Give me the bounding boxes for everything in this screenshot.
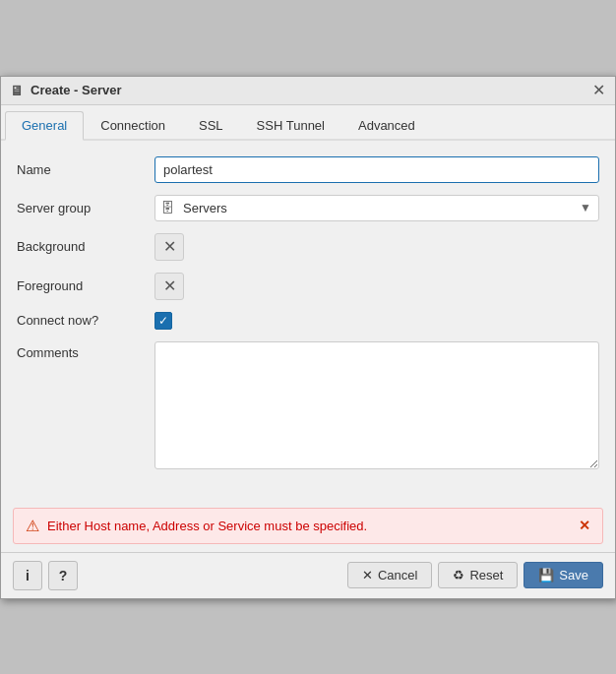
footer-left: i ?: [13, 561, 78, 590]
cancel-label: Cancel: [378, 568, 417, 582]
connect-now-checkbox-wrapper: ✓: [154, 312, 599, 330]
server-group-row: Server group 🗄 Servers ▼: [17, 195, 599, 221]
tab-bar: General Connection SSL SSH Tunnel Advanc…: [1, 105, 615, 141]
footer-right: ✕ Cancel ♻ Reset 💾 Save: [347, 562, 603, 588]
name-row: Name: [17, 156, 599, 183]
save-button[interactable]: 💾 Save: [524, 562, 603, 588]
cancel-icon: ✕: [362, 568, 373, 582]
foreground-field: ✕: [154, 273, 599, 300]
reset-button[interactable]: ♻ Reset: [438, 562, 518, 588]
connect-now-row: Connect now? ✓: [17, 312, 599, 330]
background-row: Background ✕: [17, 233, 599, 261]
background-label: Background: [17, 239, 154, 254]
foreground-label: Foreground: [17, 278, 154, 293]
server-group-field: 🗄 Servers ▼: [154, 195, 599, 221]
form-content: Name Server group 🗄 Servers ▼ Background: [1, 141, 615, 500]
reset-icon: ♻: [453, 568, 464, 582]
connect-now-label: Connect now?: [17, 313, 154, 328]
tab-ssl[interactable]: SSL: [182, 111, 240, 141]
name-label: Name: [17, 162, 154, 177]
cancel-button[interactable]: ✕ Cancel: [347, 562, 432, 588]
comments-label: Comments: [17, 341, 154, 360]
reset-label: Reset: [469, 568, 503, 582]
error-bar: ⚠ Either Host name, Address or Service m…: [13, 508, 603, 544]
background-field: ✕: [154, 233, 599, 261]
title-bar-left: 🖥 Create - Server: [9, 83, 122, 98]
server-group-select[interactable]: Servers: [154, 195, 599, 221]
error-icon: ⚠: [26, 517, 39, 535]
name-input[interactable]: [154, 156, 599, 183]
connect-now-checkbox[interactable]: ✓: [154, 312, 172, 330]
comments-field: [154, 341, 599, 472]
foreground-color-button[interactable]: ✕: [154, 273, 184, 300]
comments-row: Comments: [17, 341, 599, 472]
tab-connection[interactable]: Connection: [84, 111, 182, 141]
window-icon: 🖥: [9, 83, 25, 98]
connect-now-field: ✓: [154, 312, 599, 330]
error-message: Either Host name, Address or Service mus…: [47, 519, 367, 533]
error-close-button[interactable]: ✕: [579, 518, 590, 533]
server-group-label: Server group: [17, 201, 154, 215]
tab-general[interactable]: General: [5, 111, 84, 141]
tab-advanced[interactable]: Advanced: [341, 111, 432, 141]
footer: i ? ✕ Cancel ♻ Reset 💾 Save: [1, 552, 615, 598]
info-button[interactable]: i: [13, 561, 42, 590]
comments-textarea[interactable]: [154, 341, 599, 469]
background-color-button[interactable]: ✕: [154, 233, 184, 261]
help-button[interactable]: ?: [48, 561, 78, 590]
foreground-row: Foreground ✕: [17, 273, 599, 300]
close-button[interactable]: ✕: [590, 83, 607, 98]
name-field: [154, 156, 599, 183]
error-bar-content: ⚠ Either Host name, Address or Service m…: [26, 517, 367, 535]
server-group-select-wrapper: 🗄 Servers ▼: [154, 195, 599, 221]
title-bar: 🖥 Create - Server ✕: [1, 77, 615, 105]
save-label: Save: [559, 568, 588, 582]
dialog-window: 🖥 Create - Server ✕ General Connection S…: [0, 76, 616, 599]
save-icon: 💾: [538, 568, 554, 582]
tab-ssh-tunnel[interactable]: SSH Tunnel: [240, 111, 341, 141]
window-title: Create - Server: [31, 83, 122, 97]
